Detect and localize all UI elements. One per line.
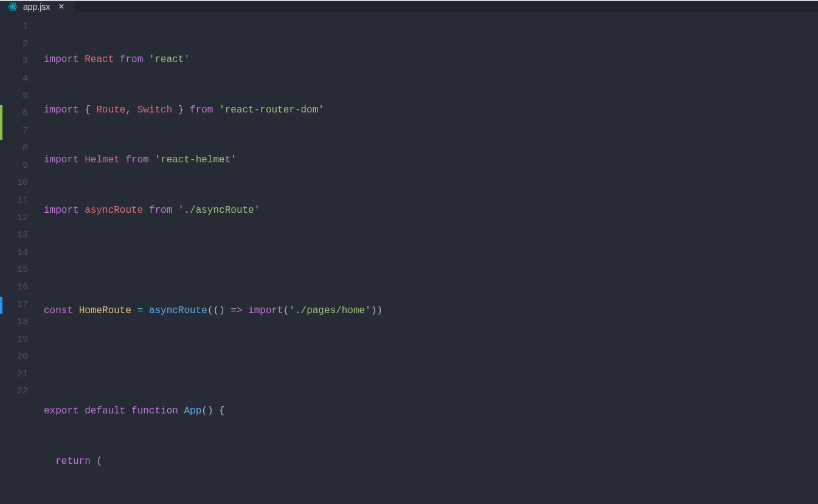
line-number: 8 (4, 140, 28, 157)
line-number: 6 (4, 105, 28, 123)
line-number-gutter: 12345678910111213141516171819202122 (4, 18, 44, 504)
line-number: 20 (4, 348, 28, 366)
code-line[interactable]: import Helmet from 'react-helmet' (44, 151, 818, 169)
line-number: 13 (4, 227, 28, 244)
close-icon[interactable]: × (55, 2, 68, 12)
code-line[interactable]: import asyncRoute from './asyncRoute' (44, 202, 818, 219)
tab-app-jsx[interactable]: app.jsx × (0, 1, 76, 12)
line-number: 21 (4, 366, 28, 384)
code-line[interactable]: const HomeRoute = asyncRoute(() => impor… (44, 302, 818, 320)
tab-name: app.jsx (23, 2, 50, 12)
line-number: 9 (4, 157, 28, 175)
gutter-marker (0, 105, 2, 123)
line-number: 18 (4, 314, 28, 331)
code-line[interactable]: import { Route, Switch } from 'react-rou… (44, 102, 818, 119)
line-number: 22 (4, 383, 28, 401)
editor-area: app.jsx × 123456789101112131415161718192… (0, 0, 818, 504)
code-area[interactable]: 12345678910111213141516171819202122 impo… (0, 12, 818, 504)
line-number: 16 (4, 279, 28, 297)
line-number: 2 (4, 36, 28, 54)
code-line[interactable]: export default function App() { (44, 402, 818, 420)
line-number: 5 (4, 88, 28, 105)
line-number: 19 (4, 331, 28, 349)
code-line[interactable]: return ( (44, 453, 818, 471)
code-line[interactable]: import React from 'react' (44, 51, 818, 69)
tab-bar: app.jsx × (0, 1, 818, 12)
line-number: 7 (4, 123, 28, 140)
line-number: 10 (4, 174, 28, 192)
code-lines[interactable]: import React from 'react' import { Route… (44, 18, 818, 504)
line-number: 1 (4, 18, 28, 36)
line-number: 14 (4, 244, 28, 262)
gutter-marker (0, 297, 2, 314)
line-number: 17 (4, 297, 28, 314)
gutter-markers (0, 18, 4, 504)
code-line[interactable] (44, 252, 818, 269)
line-number: 3 (4, 53, 28, 71)
gutter-marker (0, 123, 2, 140)
code-line[interactable] (44, 353, 818, 370)
line-number: 15 (4, 261, 28, 279)
line-number: 11 (4, 192, 28, 210)
react-icon (7, 1, 18, 12)
line-number: 4 (4, 71, 28, 88)
line-number: 12 (4, 210, 28, 227)
svg-point-0 (12, 6, 14, 8)
